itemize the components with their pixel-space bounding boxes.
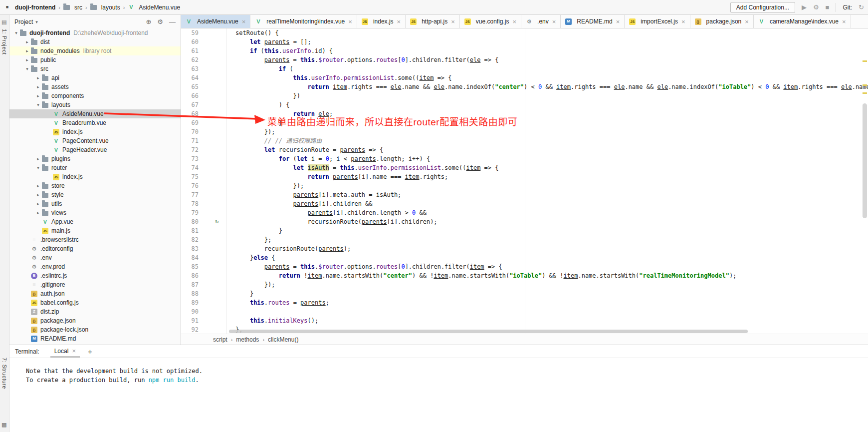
line-number[interactable]: 63 xyxy=(181,64,227,73)
tree-item-PageHeader.vue[interactable]: VPageHeader.vue xyxy=(9,145,181,154)
line-number[interactable]: 82 xyxy=(181,235,227,244)
tree-item-.browserslistrc[interactable]: ≡.browserslistrc xyxy=(9,235,181,244)
code-text[interactable]: if (this.userInfo.id) { xyxy=(227,46,333,55)
line-number[interactable]: 88 xyxy=(181,289,227,298)
code-line[interactable]: 74 let isAuth = this.userInfo.permission… xyxy=(181,163,868,172)
editor-breadcrumb-clickMenu()[interactable]: clickMenu() xyxy=(268,336,298,343)
editor-tab-http-api.js[interactable]: JShttp-api.js× xyxy=(406,15,460,28)
tree-item-router[interactable]: ▾router xyxy=(9,163,181,172)
line-number[interactable]: 67 xyxy=(181,100,227,109)
tree-item-store[interactable]: ▸store xyxy=(9,181,181,190)
chevron-right-icon[interactable]: ▸ xyxy=(23,39,31,44)
code-text[interactable]: if ( xyxy=(227,64,293,73)
code-text[interactable]: parents[i].children.length > 0 && xyxy=(227,208,427,217)
chevron-right-icon[interactable]: ▸ xyxy=(34,156,42,161)
code-text[interactable]: recursionRoute(parents[i].children); xyxy=(227,217,437,226)
tree-item-PageContent.vue[interactable]: VPageContent.vue xyxy=(9,136,181,145)
close-icon[interactable]: × xyxy=(745,18,749,25)
editor-tab-cameraManage\index.vue[interactable]: VcameraManage\index.vue× xyxy=(754,15,851,28)
tree-item-index.js[interactable]: JSindex.js xyxy=(9,127,181,136)
editor-tab-index.js[interactable]: JSindex.js× xyxy=(357,15,406,28)
code-text[interactable]: setRoute() { xyxy=(227,28,279,37)
tree-item-.eslintrc.js[interactable]: E.eslintrc.js xyxy=(9,271,181,280)
code-text[interactable]: parents = this.$router.options.routes[0]… xyxy=(227,262,502,271)
code-text[interactable]: this.initialKeys(); xyxy=(227,316,318,325)
code-line[interactable]: 76 }); xyxy=(181,181,868,190)
stop-icon[interactable]: ■ xyxy=(826,4,830,10)
build-icon[interactable]: ⚙ xyxy=(813,4,819,10)
code-line[interactable]: 87 }); xyxy=(181,280,868,289)
chevron-right-icon[interactable]: ▸ xyxy=(34,75,42,80)
line-number[interactable]: 60 xyxy=(181,37,227,46)
tree-item-.env[interactable]: ⚙.env xyxy=(9,253,181,262)
code-line[interactable]: 60 let parents = []; xyxy=(181,37,868,46)
line-number[interactable]: 73 xyxy=(181,154,227,163)
code-editor[interactable]: 59setRoute() {60 let parents = [];61 if … xyxy=(181,28,868,334)
line-number[interactable]: 75 xyxy=(181,172,227,181)
chevron-right-icon[interactable]: ▸ xyxy=(23,48,31,53)
code-text[interactable]: }) xyxy=(227,91,300,100)
code-text[interactable]: ) { xyxy=(227,100,289,109)
code-line[interactable]: 79 parents[i].children.length > 0 && xyxy=(181,208,868,217)
line-number[interactable]: 77 xyxy=(181,190,227,199)
project-tool-icon[interactable]: ▤ xyxy=(1,19,6,25)
code-line[interactable]: 62 parents = this.$router.options.routes… xyxy=(181,55,868,64)
code-text[interactable]: parents = this.$router.options.routes[0]… xyxy=(227,55,499,64)
code-text[interactable]: return !item.name.startsWith("center") &… xyxy=(227,271,736,280)
line-number[interactable]: 69 xyxy=(181,118,227,127)
tree-item-.gitignore[interactable]: ≡.gitignore xyxy=(9,280,181,289)
tree-item-plugins[interactable]: ▸plugins xyxy=(9,154,181,163)
code-text[interactable]: }); xyxy=(227,280,275,289)
chevron-right-icon[interactable]: ▸ xyxy=(34,192,42,197)
line-number[interactable]: 66 xyxy=(181,91,227,100)
tree-item-components[interactable]: ▸components xyxy=(9,91,181,100)
close-icon[interactable]: × xyxy=(348,18,352,25)
code-text[interactable]: // // 递归权限路由 xyxy=(227,136,322,145)
chevron-right-icon[interactable]: ▸ xyxy=(23,57,31,62)
code-line[interactable]: 72 let recursionRoute = parents => { xyxy=(181,145,868,154)
tree-item-babel.config.js[interactable]: JSbabel.config.js xyxy=(9,298,181,307)
tree-item-App.vue[interactable]: VApp.vue xyxy=(9,217,181,226)
chevron-down-icon[interactable]: ▾ xyxy=(23,66,31,71)
code-text[interactable]: }); xyxy=(227,181,304,190)
line-number[interactable]: 86 xyxy=(181,271,227,280)
warning-stripe-mark[interactable] xyxy=(863,84,867,86)
code-text[interactable]: return parents[i].name === item.rights; xyxy=(227,172,448,181)
code-line[interactable]: 91 this.initialKeys(); xyxy=(181,316,868,325)
line-number[interactable]: 76 xyxy=(181,181,227,190)
settings-gear-icon[interactable]: ⚙ xyxy=(157,18,163,25)
code-text[interactable]: let parents = []; xyxy=(227,37,311,46)
code-line[interactable]: 85 parents = this.$router.options.routes… xyxy=(181,262,868,271)
close-icon[interactable]: × xyxy=(552,18,556,25)
code-text[interactable]: } xyxy=(227,289,253,298)
code-line[interactable]: 88 } xyxy=(181,289,868,298)
code-text[interactable]: }); xyxy=(227,127,275,136)
editor-tab-README.md[interactable]: MREADME.md× xyxy=(561,15,625,28)
line-number[interactable]: 91 xyxy=(181,316,227,325)
code-line[interactable]: 81 } xyxy=(181,226,868,235)
horizontal-scrollbar[interactable] xyxy=(229,330,748,333)
line-number[interactable]: 79 xyxy=(181,208,227,217)
breadcrumb-item-AsideMenu.vue[interactable]: VAsideMenu.vue xyxy=(127,4,181,11)
close-icon[interactable]: × xyxy=(842,18,846,25)
tree-item-views[interactable]: ▸views xyxy=(9,208,181,217)
code-line[interactable]: 83 recursionRoute(parents); xyxy=(181,244,868,253)
code-line[interactable]: 75 return parents[i].name === item.right… xyxy=(181,172,868,181)
warning-stripe-mark[interactable] xyxy=(863,60,867,62)
tree-item-main.js[interactable]: JSmain.js xyxy=(9,226,181,235)
code-text[interactable]: }; xyxy=(227,235,271,244)
chevron-right-icon[interactable]: ▸ xyxy=(34,183,42,188)
line-number[interactable]: 80↻ xyxy=(181,217,227,226)
code-text[interactable]: let isAuth = this.userInfo.permissionLis… xyxy=(227,163,499,172)
code-text[interactable]: let recursionRoute = parents => { xyxy=(227,145,383,154)
editor-tab-package.json[interactable]: {}package.json× xyxy=(690,15,754,28)
code-text[interactable]: this.routes = parents; xyxy=(227,298,329,307)
code-line[interactable]: 67 ) { xyxy=(181,100,868,109)
chevron-right-icon[interactable]: ▸ xyxy=(34,84,42,89)
terminal-tab-local[interactable]: Local × xyxy=(50,345,80,358)
tree-item-.editorconfig[interactable]: ⚙.editorconfig xyxy=(9,244,181,253)
code-line[interactable]: 63 if ( xyxy=(181,64,868,73)
code-line[interactable]: 59setRoute() { xyxy=(181,28,868,37)
code-line[interactable]: 73 for (let i = 0; i < parents.length; i… xyxy=(181,154,868,163)
line-number[interactable]: 59 xyxy=(181,28,227,37)
